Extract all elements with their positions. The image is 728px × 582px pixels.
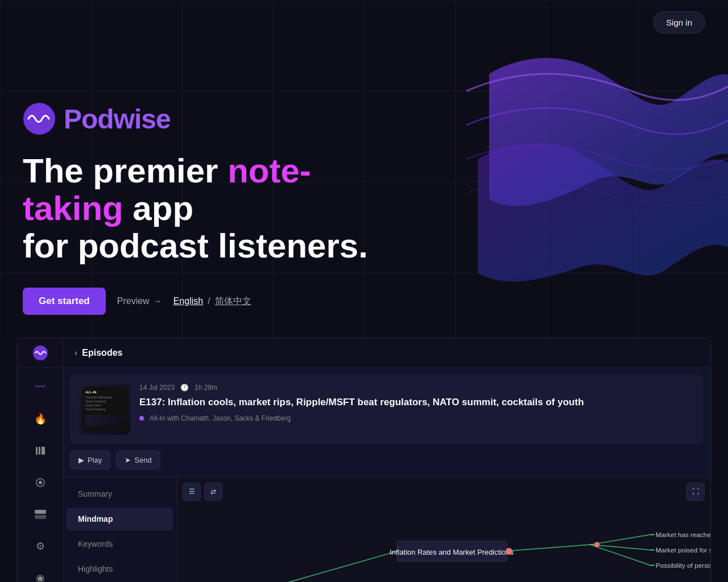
tab-mindmap[interactable]: Mindmap <box>67 508 173 530</box>
episode-card: ALL-IN Chamath PalihapitiyaJason Calacan… <box>70 375 704 444</box>
app-topbar: ‹ Episodes <box>18 338 710 368</box>
svg-line-9 <box>210 551 397 582</box>
app-logo-icon <box>32 345 48 361</box>
app-main-content: 〰 🔥 ⚙ ◉ ALL-IN Chamath PalihapitiyaJa <box>18 368 710 582</box>
episode-title: E137: Inflation cools, market rips, Ripp… <box>139 396 694 409</box>
episode-date: 14 Jul 2023 <box>139 384 175 392</box>
episode-duration: 1h 28m <box>195 384 217 392</box>
episode-podcast: All-In with Chamath, Jason, Sacks & Frie… <box>139 414 694 422</box>
nav-tabs: Summary Mindmap Keywords Highlights Tran… <box>63 477 177 582</box>
preview-arrow: → <box>153 296 162 306</box>
svg-rect-7 <box>35 510 46 514</box>
episode-area: ALL-IN Chamath PalihapitiyaJason Calacan… <box>63 368 710 582</box>
headline: The premier note-taking app for podcast … <box>23 152 392 265</box>
svg-line-13 <box>590 535 651 545</box>
svg-point-5 <box>39 481 42 484</box>
preview-label: Preview <box>117 296 150 306</box>
svg-rect-2 <box>36 447 38 455</box>
svg-point-25 <box>506 548 512 555</box>
episode-meta: 14 Jul 2023 🕐 1h 28m <box>139 384 694 392</box>
episode-thumb-inner: ALL-IN Chamath PalihapitiyaJason Calacan… <box>82 386 127 432</box>
logo-icon <box>23 102 56 135</box>
hero-section: Podwise The premier note-taking app for … <box>0 0 728 338</box>
tab-summary[interactable]: Summary <box>67 483 173 505</box>
tab-keywords[interactable]: Keywords <box>67 533 173 555</box>
sidebar-icons: 〰 🔥 ⚙ ◉ <box>18 368 63 582</box>
app-logo-area <box>18 338 63 367</box>
episode-clock: 🕐 <box>180 384 189 392</box>
sidebar-icon-account[interactable]: ◉ <box>30 568 51 582</box>
back-arrow[interactable]: ‹ <box>75 348 77 358</box>
mindmap-share-btn[interactable]: ⇄ <box>204 483 222 501</box>
mindmap-list-btn[interactable]: ☰ <box>183 483 201 501</box>
svg-rect-4 <box>42 447 45 455</box>
mindmap-svg: Inflation Rates and Market Predictions M… <box>177 477 710 582</box>
svg-text:Market has reached its bottom: Market has reached its bottom <box>656 531 710 538</box>
mindmap-expand-btn[interactable]: ⛶ <box>686 483 705 501</box>
svg-rect-8 <box>35 515 46 519</box>
mindmap-toolbar: ☰ ⇄ <box>183 483 222 501</box>
podcast-name: All-In with Chamath, Jason, Sacks & Frie… <box>150 414 291 422</box>
svg-line-12 <box>504 544 590 551</box>
mindmap-area: ☰ ⇄ ⛶ <box>177 477 710 582</box>
get-started-button[interactable]: Get started <box>23 288 106 315</box>
podcast-dot-icon <box>139 416 144 421</box>
svg-text:Market poised for significant : Market poised for significant upward mov… <box>656 546 710 554</box>
svg-point-16 <box>594 542 599 547</box>
action-buttons: ▶ Play ➤ Send <box>63 451 710 476</box>
svg-rect-3 <box>39 447 40 455</box>
sidebar-icon-card[interactable] <box>30 504 51 525</box>
logo-text: Podwise <box>64 103 171 135</box>
sidebar-icon-flame[interactable]: 🔥 <box>30 409 51 429</box>
sidebar-icon-library[interactable] <box>30 440 51 461</box>
send-label: Send <box>134 456 151 464</box>
lang-english-link[interactable]: English <box>173 296 203 306</box>
tab-highlights[interactable]: Highlights <box>67 558 173 580</box>
logo-area: Podwise <box>23 102 705 135</box>
episodes-label: Episodes <box>82 348 122 358</box>
bottom-panel: Summary Mindmap Keywords Highlights Tran… <box>63 476 710 582</box>
headline-part1: The premier <box>23 152 228 190</box>
send-icon: ➤ <box>125 456 131 464</box>
svg-text:Possibility of persistently hi: Possibility of persistently higher inter… <box>656 562 710 569</box>
headline-part2: app <box>123 189 193 227</box>
sidebar-icon-podcast[interactable] <box>30 472 51 493</box>
cta-row: Get started Preview → English / 简体中文 <box>23 288 705 315</box>
wave-decoration <box>432 45 728 284</box>
sidebar-icon-wave[interactable]: 〰 <box>30 377 51 397</box>
play-button[interactable]: ▶ Play <box>70 451 110 469</box>
svg-text:Inflation Rates and Market Pre: Inflation Rates and Market Predictions <box>390 548 514 556</box>
play-icon: ▶ <box>78 456 84 464</box>
sidebar-icon-settings[interactable]: ⚙ <box>30 536 51 556</box>
play-label: Play <box>88 456 102 464</box>
sign-in-button[interactable]: Sign in <box>653 11 705 34</box>
lang-separator: / <box>208 296 210 306</box>
lang-chinese-link[interactable]: 简体中文 <box>215 296 251 307</box>
headline-line2: for podcast listeners. <box>23 227 368 265</box>
send-button[interactable]: ➤ Send <box>116 451 160 469</box>
episode-thumbnail: ALL-IN Chamath PalihapitiyaJason Calacan… <box>79 384 130 435</box>
preview-text: Preview → <box>117 296 162 306</box>
episode-info: 14 Jul 2023 🕐 1h 28m E137: Inflation coo… <box>139 384 694 422</box>
episodes-header: ‹ Episodes <box>63 348 134 358</box>
app-preview: ‹ Episodes 〰 🔥 ⚙ ◉ <box>17 338 711 582</box>
header: Sign in <box>0 0 728 45</box>
lang-links: English / 简体中文 <box>173 296 251 307</box>
